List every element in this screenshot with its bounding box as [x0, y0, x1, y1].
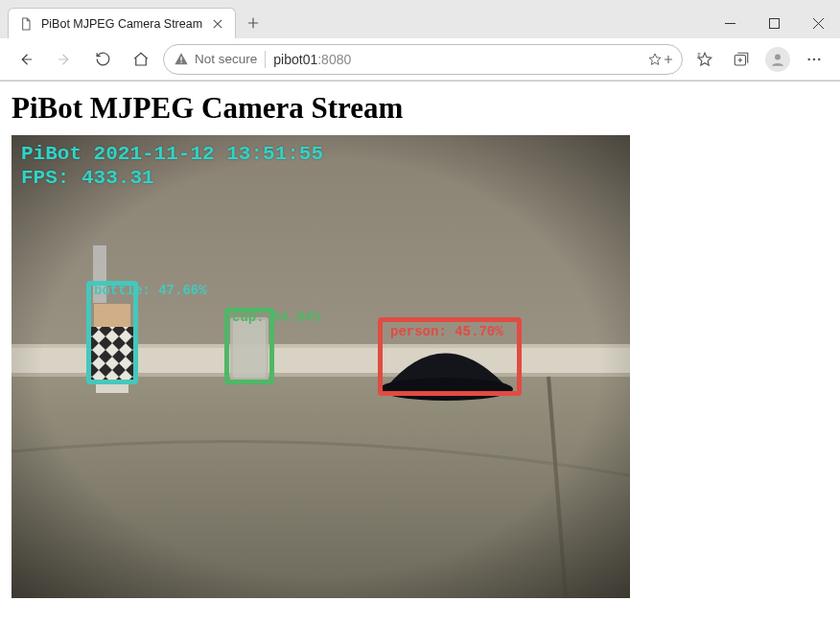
svg-point-7: [818, 58, 821, 60]
stream-overlay-text: PiBot 2021-11-12 13:51:55 FPS: 433.31: [21, 143, 323, 191]
detection-box-person: person: 45.70%: [378, 317, 522, 396]
window-controls: [708, 8, 840, 38]
svg-point-6: [813, 58, 816, 60]
window-minimize-button[interactable]: [708, 8, 752, 38]
toolbar-right: [688, 43, 830, 76]
detection-box-bottle: bottle: 47.66%: [86, 281, 138, 384]
svg-point-5: [807, 58, 810, 60]
favorite-button[interactable]: [647, 52, 672, 67]
url-port: :8080: [317, 52, 351, 67]
window-maximize-button[interactable]: [752, 8, 796, 38]
page-title: PiBot MJPEG Camera Stream: [12, 91, 828, 126]
collections-button[interactable]: [725, 43, 758, 76]
avatar-icon: [765, 47, 790, 72]
svg-rect-2: [180, 61, 181, 62]
detection-label-person: person: 45.70%: [390, 324, 503, 339]
svg-point-4: [775, 54, 781, 59]
browser-tab[interactable]: PiBot MJPEG Camera Stream: [8, 8, 236, 38]
star-lines-icon: [696, 51, 713, 68]
refresh-button[interactable]: [86, 43, 119, 76]
tab-close-button[interactable]: [210, 16, 225, 32]
more-button[interactable]: [798, 43, 830, 76]
plus-icon: [665, 56, 672, 63]
toolbar: Not secure pibot01:8080: [0, 38, 840, 81]
page-icon: [18, 16, 34, 32]
detection-label-bottle: bottle: 47.66%: [94, 283, 207, 298]
collections-icon: [733, 51, 750, 68]
window-close-button[interactable]: [796, 8, 840, 38]
camera-stream: PiBot 2021-11-12 13:51:55 FPS: 433.31 bo…: [12, 135, 630, 598]
svg-rect-1: [180, 57, 181, 60]
star-icon: [647, 52, 663, 67]
back-button[interactable]: [10, 43, 42, 76]
profile-button[interactable]: [761, 43, 794, 76]
browser-chrome: PiBot MJPEG Camera Stream: [0, 0, 840, 81]
home-button[interactable]: [125, 43, 157, 76]
url-text: pibot01:8080: [273, 52, 351, 67]
favorites-button[interactable]: [688, 43, 721, 76]
tab-title: PiBot MJPEG Camera Stream: [41, 17, 202, 31]
forward-button[interactable]: [48, 43, 81, 76]
url-host: pibot01: [273, 52, 317, 67]
svg-rect-0: [769, 18, 779, 28]
address-separator: [265, 51, 266, 68]
ellipsis-icon: [805, 51, 823, 68]
tab-strip: PiBot MJPEG Camera Stream: [8, 0, 708, 38]
page-content: PiBot MJPEG Camera Stream: [0, 81, 840, 608]
address-bar[interactable]: Not secure pibot01:8080: [163, 44, 683, 75]
warning-icon: [174, 52, 189, 67]
titlebar: PiBot MJPEG Camera Stream: [0, 0, 840, 38]
new-tab-button[interactable]: [240, 10, 267, 36]
security-indicator[interactable]: Not secure: [174, 52, 257, 67]
security-label: Not secure: [195, 52, 257, 66]
detection-box-cup: cup: 64.84%: [224, 308, 274, 384]
detection-label-cup: cup: 64.84%: [232, 310, 320, 325]
